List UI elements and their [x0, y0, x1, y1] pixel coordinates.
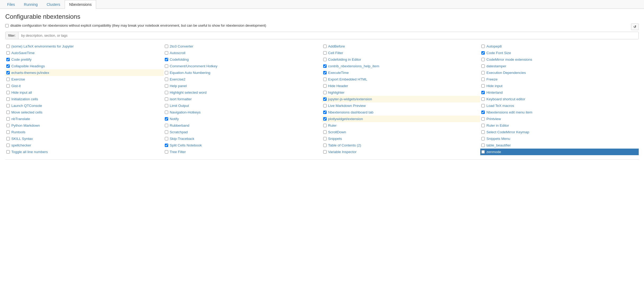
extension-checkbox[interactable]: [481, 58, 485, 61]
extension-link[interactable]: AddBefore: [328, 44, 345, 48]
extension-link[interactable]: Initialization cells: [11, 97, 38, 101]
extension-link[interactable]: Export Embedded HTML: [328, 77, 368, 81]
extension-link[interactable]: Navigation-Hotkeys: [170, 110, 201, 114]
extension-checkbox[interactable]: [6, 130, 10, 134]
extension-link[interactable]: table_beautifier: [486, 143, 511, 147]
extension-checkbox[interactable]: [6, 104, 10, 107]
extension-link[interactable]: Keyboard shortcut editor: [486, 97, 525, 101]
extension-link[interactable]: Autopep8: [486, 44, 502, 48]
extension-checkbox[interactable]: [323, 111, 327, 114]
tab-running[interactable]: Running: [20, 0, 42, 9]
extension-link[interactable]: Highlight selected word: [170, 91, 207, 94]
extension-item[interactable]: ExecuteTime: [322, 69, 481, 76]
extension-link[interactable]: Execution Dependencies: [486, 71, 526, 75]
extension-checkbox[interactable]: [6, 91, 10, 94]
extension-checkbox[interactable]: [323, 78, 327, 81]
extension-link[interactable]: AutoSaveTime: [11, 51, 35, 55]
extension-checkbox[interactable]: [165, 144, 168, 147]
extension-checkbox[interactable]: [6, 78, 10, 81]
extension-item[interactable]: Table of Contents (2): [322, 142, 481, 149]
extension-link[interactable]: Runtools: [11, 130, 25, 134]
extension-item[interactable]: Exercise2: [164, 76, 322, 83]
extension-item[interactable]: Collapsible Headings: [5, 63, 164, 69]
extension-checkbox[interactable]: [165, 150, 168, 154]
extension-link[interactable]: Notify: [170, 117, 179, 121]
extension-checkbox[interactable]: [481, 71, 485, 74]
extension-item[interactable]: datestamper: [480, 63, 639, 69]
extension-link[interactable]: Variable Inspector: [328, 150, 357, 154]
extension-link[interactable]: Ruler in Editor: [486, 124, 509, 127]
extension-checkbox[interactable]: [6, 97, 10, 101]
extension-item[interactable]: Tree Filter: [164, 149, 322, 155]
extension-checkbox[interactable]: [165, 51, 168, 55]
extension-item[interactable]: contrib_nbextensions_help_item: [322, 63, 481, 69]
extension-checkbox[interactable]: [6, 84, 10, 88]
extension-item[interactable]: Keyboard shortcut editor: [480, 96, 639, 102]
extension-item[interactable]: Navigation-Hotkeys: [164, 109, 322, 116]
extension-checkbox[interactable]: [323, 144, 327, 147]
extension-checkbox[interactable]: [323, 58, 327, 61]
extension-item[interactable]: Variable Inspector: [322, 149, 481, 155]
extension-checkbox[interactable]: [165, 64, 168, 68]
extension-item[interactable]: Scratchpad: [164, 129, 322, 135]
extension-link[interactable]: jupyter-js-widgets/extension: [328, 97, 372, 101]
extension-checkbox[interactable]: [165, 111, 168, 114]
extension-link[interactable]: Rubberband: [170, 124, 189, 127]
extension-item[interactable]: Runtools: [5, 129, 164, 135]
extension-link[interactable]: Snippets: [328, 137, 342, 141]
extension-item[interactable]: (some) LaTeX environments for Jupyter: [5, 43, 164, 50]
extension-item[interactable]: Equation Auto Numbering: [164, 69, 322, 76]
extension-checkbox[interactable]: [481, 144, 485, 147]
extension-link[interactable]: nbTranslate: [11, 117, 30, 121]
extension-link[interactable]: Ruler: [328, 124, 337, 127]
extension-link[interactable]: Comment/Uncomment Hotkey: [170, 64, 218, 68]
extension-checkbox[interactable]: [6, 117, 10, 121]
extension-checkbox[interactable]: [6, 144, 10, 147]
extension-item[interactable]: AutoSaveTime: [5, 50, 164, 56]
extension-checkbox[interactable]: [165, 117, 168, 121]
extension-checkbox[interactable]: [481, 150, 485, 154]
extension-link[interactable]: highlighter: [328, 91, 345, 94]
extension-checkbox[interactable]: [6, 51, 10, 55]
extension-link[interactable]: ScrollDown: [328, 130, 346, 134]
extension-item[interactable]: nbTranslate: [5, 116, 164, 122]
extension-checkbox[interactable]: [481, 130, 485, 134]
extension-link[interactable]: 2to3 Converter: [170, 44, 193, 48]
extension-link[interactable]: Tree Filter: [170, 150, 186, 154]
extension-item[interactable]: Highlight selected word: [164, 89, 322, 96]
extension-checkbox[interactable]: [323, 130, 327, 134]
extension-checkbox[interactable]: [481, 78, 485, 81]
extension-item[interactable]: Exercise: [5, 76, 164, 83]
extension-link[interactable]: Gist-it: [11, 84, 21, 88]
extension-item[interactable]: Skip-Traceback: [164, 135, 322, 142]
extension-item[interactable]: table_beautifier: [480, 142, 639, 149]
extension-link[interactable]: Toggle all line numbers: [11, 150, 48, 154]
extension-checkbox[interactable]: [481, 91, 485, 94]
extension-checkbox[interactable]: [323, 91, 327, 94]
extension-checkbox[interactable]: [6, 124, 10, 127]
refresh-button[interactable]: ↺: [631, 23, 639, 30]
extension-link[interactable]: Printview: [486, 117, 501, 121]
extension-checkbox[interactable]: [323, 124, 327, 127]
extension-checkbox[interactable]: [6, 58, 10, 61]
extension-item[interactable]: Live Markdown Preview: [322, 102, 481, 109]
tab-files[interactable]: Files: [3, 0, 20, 9]
extension-link[interactable]: Codefolding: [170, 58, 189, 61]
extension-checkbox[interactable]: [6, 111, 10, 114]
extension-link[interactable]: SKILL Syntax: [11, 137, 33, 141]
extension-checkbox[interactable]: [6, 137, 10, 140]
extension-item[interactable]: Nbextensions dashboard tab: [322, 109, 481, 116]
extension-link[interactable]: datestamper: [486, 64, 506, 68]
extension-item[interactable]: Export Embedded HTML: [322, 76, 481, 83]
extension-item[interactable]: Autopep8: [480, 43, 639, 50]
extension-item[interactable]: Hide Header: [322, 83, 481, 89]
extension-link[interactable]: Snippets Menu: [486, 137, 510, 141]
extension-checkbox[interactable]: [323, 150, 327, 154]
extension-item[interactable]: Ruler: [322, 122, 481, 129]
extension-item[interactable]: Hide input: [480, 83, 639, 89]
extension-checkbox[interactable]: [165, 58, 168, 61]
extension-item[interactable]: highlighter: [322, 89, 481, 96]
extension-checkbox[interactable]: [323, 137, 327, 140]
extension-link[interactable]: plotlywidget/extension: [328, 117, 363, 121]
extension-item[interactable]: Launch QTConsole: [5, 102, 164, 109]
